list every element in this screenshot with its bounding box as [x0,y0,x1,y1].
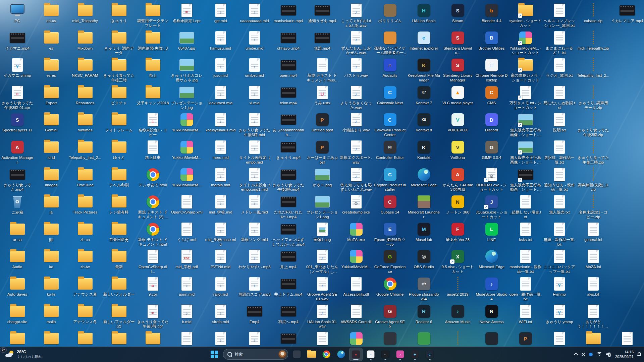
desktop-icon[interactable]: manisekarin.mp4 [272,3,305,23]
desktop-icon[interactable]: general.ini [577,222,609,242]
task-view-button[interactable] [290,348,304,361]
desktop-icon[interactable]: 説明.txt [543,112,576,133]
desktop-icon[interactable]: KKeepforest File Manager [408,57,440,83]
desktop-icon[interactable]: 通知うぜえ - 親作品一覧.txt [543,167,576,192]
desktop-icon[interactable]: eInternet Explorer [408,30,440,51]
desktop-icon[interactable]: ♪よりうるさくなった.wav [340,85,372,110]
desktop-icon[interactable]: AWSSDK.Core.dll [340,304,372,324]
clock[interactable]: 14:16 2025/09/21 [615,350,634,359]
desktop-icon[interactable]: NIController Editor [374,139,406,160]
desktop-icon[interactable]: イカマニ.mp4 [1,30,34,51]
desktop-icon[interactable]: 無人販売.txt [543,194,576,215]
desktop-icon[interactable]: プレゼンテーション1.jpg [170,85,203,110]
desktop-icon[interactable]: ↗無人販売不正行為画像 - ショートカッ... [509,112,542,137]
desktop-icon[interactable]: Aかんたん！AITalk 3 関西風 [441,167,474,192]
desktop-icon[interactable] [272,331,305,347]
desktop-icon[interactable]: Microsoft Edge [408,167,440,188]
desktop-icon[interactable]: en-us [35,3,67,23]
desktop-icon[interactable]: YukkuriMovieM... [170,139,203,160]
desktop-icon[interactable]: Nノートン 360 [441,194,474,215]
desktop-icon[interactable]: テンポあて.html [137,167,169,188]
desktop-icon[interactable]: ♪hamusu.mid [204,30,237,51]
desktop-icon[interactable]: K7Kontakt 7 [408,85,440,106]
desktop-icon[interactable]: runtimes [69,112,101,133]
desktop-icon[interactable]: ゆうと [103,139,135,160]
desktop-icon[interactable]: open.mp4 [272,57,305,78]
desktop-icon[interactable]: open - 親作品一覧.txt [509,276,542,302]
desktop-icon[interactable]: ♪jusu.mid [204,57,237,78]
desktop-icon[interactable]: Mixdown [69,30,101,51]
desktop-icon[interactable]: ⚙↗HDDFMT.exe - ショートカット [475,167,508,192]
desktop-icon[interactable]: Export [35,85,67,106]
desktop-icon[interactable]: Images [35,167,67,188]
desktop-icon[interactable]: ↗万引きメモ.txt - ショートカット [509,85,542,110]
desktop-icon[interactable]: 井上.mp4 [272,249,305,269]
desktop-icon[interactable]: Track Pictures [69,194,101,215]
desktop-icon[interactable]: 名称未設定1 - コピー.zip [577,194,609,220]
desktop-icon[interactable]: manisekarin - 親作品一覧.txt [509,249,542,274]
desktop-icon[interactable] [374,331,406,347]
tray-blue-app-icon[interactable] [589,353,593,356]
desktop-icon[interactable]: YukkuriMovieM... [170,112,203,133]
desktop-icon[interactable]: きゅうり食ってた.mp4 [1,167,34,192]
desktop-icon[interactable]: CCakewalk Product Center [374,112,406,137]
desktop-icon[interactable]: ♪uaaaaaaaaa.mid [238,3,271,23]
desktop-icon[interactable]: ↗無人販売不正行為動画 - ショートカット [509,167,542,192]
desktop-icon[interactable]: ♪kiokumed.mid [204,85,237,106]
desktop-icon[interactable]: chatgpt-site [1,304,34,324]
desktop-icon[interactable]: ♪HALion Sonic 01.wav [306,304,338,329]
desktop-icon[interactable]: きゅうり.mp4 [272,139,305,160]
music-app-button[interactable]: ♪ [393,348,407,361]
desktop-icon[interactable]: 売上 [137,57,169,78]
wifi-icon[interactable] [596,352,602,357]
desktop-icon[interactable]: SSteinberg Library Manager [441,57,474,83]
desktop-icon[interactable]: ⚙createdump.exe [340,194,372,215]
desktop-icon[interactable]: Pおーぱーまにあ.ppsf [306,139,338,165]
chrome-button[interactable] [320,348,333,361]
desktop-icon[interactable]: まにまにわーるど！.txt [543,30,576,56]
desktop-icon[interactable] [69,331,101,347]
desktop-icon[interactable]: ♪xl.mid [238,85,271,106]
desktop-icon[interactable]: 新規 テキスト ドキュメント.musicxml [306,57,338,83]
desktop-icon[interactable]: □Chrome Remote Desktop [475,57,508,83]
notification-bell-icon[interactable] [637,352,641,357]
desktop-icon[interactable]: es-es [35,57,67,78]
desktop-icon[interactable]: ♪meroin.mid [204,167,237,188]
desktop-icon[interactable]: OpenCvSharp.dll... [137,249,169,274]
desktop-icon[interactable]: id-id [35,139,67,160]
desktop-icon[interactable]: airset2-2019 [441,276,474,297]
desktop-icon[interactable]: イカレマニア.mp4 [611,3,643,23]
desktop-icon[interactable]: 羽尻へ.mp4 [272,304,305,324]
desktop-icon[interactable]: GGeForce Experience [374,249,406,274]
desktop-icon[interactable]: ♪Amazon Music [441,304,474,324]
desktop-icon[interactable]: かるー.png [306,167,338,188]
desktop-icon[interactable]: YukkuriMovieM... [170,167,203,188]
desktop-icon[interactable]: PUntitled.ppsf [306,112,338,133]
desktop-icon[interactable]: ラベル印刷 [103,167,135,188]
desktop-icon[interactable]: ksks.txt [509,222,542,242]
desktop-icon[interactable]: 孤独なインディゲーム開発者の一生... [374,30,406,56]
desktop-icon[interactable]: あっhhhhhhhhhhhh... [272,112,305,137]
desktop-icon[interactable]: J↗JQuake.exe - ショートカット [475,194,508,220]
desktop-icon[interactable]: SSteam [441,3,474,23]
notepad-button[interactable]: ≡ [364,348,377,361]
desktop-icon[interactable]: ≈9.cpr [137,276,169,297]
desktop-icon[interactable]: WIFI.txt [509,304,542,324]
desktop-icon[interactable]: ♪タイトル未設定, tempo.orig1.mid [238,167,271,192]
desktop-icon[interactable]: ≈きゅうり食ってた午後3時-01.cpr [1,85,34,110]
desktop-icon[interactable]: bBlender 4.4 [475,3,508,23]
desktop-icon[interactable]: ♪ [204,331,237,347]
desktop-icon[interactable]: ♪umibe.mid [238,30,271,51]
desktop-icon[interactable]: ♪aorin.mid [170,276,203,297]
desktop-icon[interactable]: 65407.jpg [170,30,203,51]
desktop-icon[interactable]: Minecraft Launcher [408,194,440,220]
desktop-icon[interactable]: きゅうり食ってた午後三時.zip [577,139,609,165]
desktop-icon[interactable]: ♪こってぇhすおf d s bぶあ.wav [340,3,372,28]
desktop-icon[interactable]: cubase.zip [577,3,609,23]
desktop-icon[interactable]: Audio [1,249,34,269]
desktop-icon[interactable]: ja [35,194,67,215]
desktop-icon[interactable]: GGIMP 3.0.4 [475,139,508,160]
desktop-icon[interactable]: akis.txt [577,276,609,297]
desktop-icon[interactable]: ≈名称未設定1 - コピー [137,112,169,137]
desktop-icon[interactable]: Fmp4 [238,304,271,324]
